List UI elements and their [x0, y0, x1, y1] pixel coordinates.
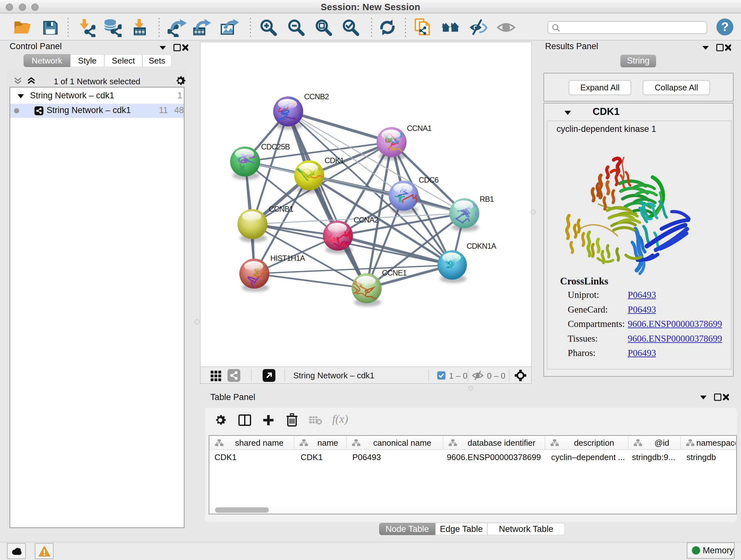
svg-text:CDKN1A: CDKN1A [467, 242, 496, 250]
svg-text:CDC6: CDC6 [419, 176, 439, 184]
svg-text:CCNA2: CCNA2 [354, 215, 379, 224]
svg-text:CCNB2: CCNB2 [304, 92, 329, 101]
svg-text:CCNA1: CCNA1 [407, 124, 432, 132]
svg-text:HIST1H1A: HIST1H1A [270, 254, 305, 262]
svg-text:CDK1: CDK1 [325, 156, 344, 165]
svg-text:CDC25B: CDC25B [261, 142, 290, 151]
svg-text:RB1: RB1 [480, 195, 494, 203]
svg-text:CCNB1: CCNB1 [269, 205, 293, 213]
svg-text:CCNE1: CCNE1 [382, 268, 407, 277]
